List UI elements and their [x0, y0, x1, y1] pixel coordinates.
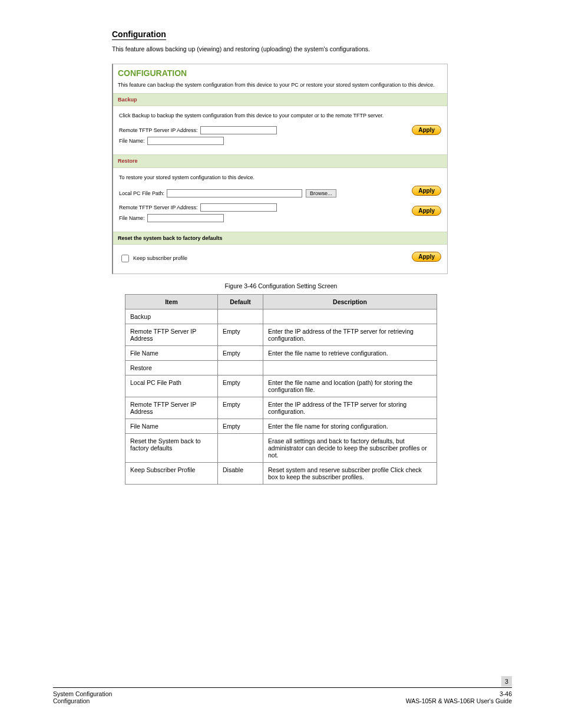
cell-default: Empty: [218, 397, 263, 419]
table-row: Reset the System back to factory default…: [125, 433, 437, 462]
cell-description: [263, 309, 437, 324]
backup-bar: Backup: [113, 93, 447, 106]
section-description: This feature allows backing up (viewing)…: [112, 45, 442, 53]
restore-apply-button-2[interactable]: Apply: [412, 206, 441, 216]
cell-default: [218, 309, 263, 324]
table-row: Remote TFTP Server IP AddressEmptyEnter …: [125, 397, 437, 419]
cell-default: Empty: [218, 419, 263, 433]
restore-file-input[interactable]: [147, 214, 224, 222]
cell-item: Keep Subscriber Profile: [125, 462, 218, 484]
table-row: Remote TFTP Server IP AddressEmptyEnter …: [125, 324, 437, 345]
cell-description: Enter the file name to retrieve configur…: [263, 345, 437, 360]
restore-tftp-input[interactable]: [200, 203, 277, 212]
backup-file-input[interactable]: [147, 137, 224, 145]
keep-subscriber-label: Keep subscriber profile: [133, 255, 187, 262]
cell-item: Remote TFTP Server IP Address: [125, 324, 218, 345]
page-number-box: 3: [501, 676, 512, 687]
panel-title: CONFIGURATION: [113, 64, 447, 80]
restore-file-label: File Name:: [119, 215, 145, 222]
section-heading: Configuration: [112, 29, 166, 40]
table-row: File NameEmptyEnter the file name for st…: [125, 419, 437, 433]
cell-default: Empty: [218, 375, 263, 397]
cell-item: File Name: [125, 419, 218, 433]
cell-default: Empty: [218, 345, 263, 360]
spec-table: Item Default Description BackupRemote TF…: [125, 294, 437, 485]
figure-caption: Figure 3-46 Configuration Setting Screen: [53, 282, 509, 289]
backup-file-label: File Name:: [119, 137, 145, 144]
cell-item: Remote TFTP Server IP Address: [125, 397, 218, 419]
cell-item: Restore: [125, 360, 218, 375]
footer-left-2: Configuration: [53, 697, 112, 704]
reset-bar: Reset the system back to factory default…: [113, 232, 447, 245]
footer-right-1: 3-46: [406, 690, 512, 697]
restore-apply-button-1[interactable]: Apply: [412, 186, 441, 196]
backup-apply-button[interactable]: Apply: [412, 125, 441, 135]
browse-button[interactable]: Browse...: [306, 189, 336, 197]
backup-desc: Click Backup to backup the system config…: [119, 112, 441, 119]
table-row: Local PC File PathEmptyEnter the file na…: [125, 375, 437, 397]
panel-intro: This feature can backup the system confi…: [113, 80, 447, 93]
cell-item: Local PC File Path: [125, 375, 218, 397]
table-row: Restore: [125, 360, 437, 375]
table-row: Backup: [125, 309, 437, 324]
table-row: Keep Subscriber ProfileDisableReset syst…: [125, 462, 437, 484]
th-item: Item: [125, 294, 218, 309]
keep-subscriber-checkbox[interactable]: [121, 255, 129, 262]
cell-description: Enter the IP address of the TFTP server …: [263, 397, 437, 419]
cell-description: [263, 360, 437, 375]
cell-default: [218, 433, 263, 462]
th-description: Description: [263, 294, 437, 309]
footer-left-1: System Configuration: [53, 690, 112, 697]
reset-block: Apply Keep subscriber profile: [113, 245, 447, 274]
backup-tftp-input[interactable]: [200, 126, 277, 134]
page-footer: System Configuration Configuration 3-46 …: [53, 687, 512, 704]
restore-local-label: Local PC File Path:: [119, 190, 164, 197]
restore-bar: Restore: [113, 154, 447, 167]
backup-tftp-label: Remote TFTP Server IP Address:: [119, 127, 198, 134]
cell-item: Backup: [125, 309, 218, 324]
cell-item: Reset the System back to factory default…: [125, 433, 218, 462]
cell-description: Enter the IP address of the TFTP server …: [263, 324, 437, 345]
restore-local-input[interactable]: [167, 189, 302, 197]
reset-apply-button[interactable]: Apply: [412, 252, 441, 262]
cell-item: File Name: [125, 345, 218, 360]
cell-default: Disable: [218, 462, 263, 484]
configuration-panel: CONFIGURATION This feature can backup th…: [112, 64, 448, 274]
cell-description: Erase all settings and back to factory d…: [263, 433, 437, 462]
th-default: Default: [218, 294, 263, 309]
restore-block: To restore your stored system configurat…: [113, 168, 447, 232]
restore-desc: To restore your stored system configurat…: [119, 174, 441, 181]
cell-description: Reset system and reserve subscriber prof…: [263, 462, 437, 484]
restore-tftp-label: Remote TFTP Server IP Address:: [119, 204, 198, 211]
cell-default: Empty: [218, 324, 263, 345]
cell-description: Enter the file name and location (path) …: [263, 375, 437, 397]
footer-right-2: WAS-105R & WAS-106R User's Guide: [406, 697, 512, 704]
table-row: File NameEmptyEnter the file name to ret…: [125, 345, 437, 360]
backup-block: Click Backup to backup the system config…: [113, 106, 447, 154]
cell-description: Enter the file name for storing configur…: [263, 419, 437, 433]
cell-default: [218, 360, 263, 375]
